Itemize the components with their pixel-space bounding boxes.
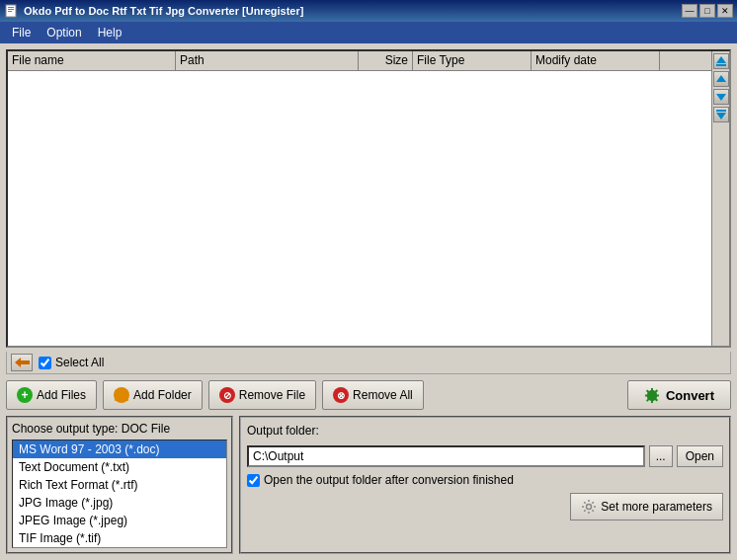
output-folder-box: Output folder: ... Open Open the output … <box>239 416 731 554</box>
svg-marker-4 <box>716 56 726 63</box>
svg-rect-1 <box>8 7 14 8</box>
set-more-params-button[interactable]: Set more parameters <box>570 493 723 520</box>
file-table-body <box>8 71 711 346</box>
output-folder-input[interactable] <box>247 445 645 467</box>
open-after-checkbox[interactable] <box>247 474 260 487</box>
output-option-3[interactable]: JPG Image (*.jpg) <box>13 494 226 512</box>
action-bar: + Add Files Add Folder ⊘ Remove File ⊗ R… <box>6 378 731 412</box>
col-header-moddate: Modify date <box>532 51 660 70</box>
remove-all-icon: ⊗ <box>333 387 349 403</box>
output-option-1[interactable]: Text Document (*.txt) <box>13 458 226 476</box>
menu-option[interactable]: Option <box>39 24 89 41</box>
remove-all-button[interactable]: ⊗ Remove All <box>322 380 424 410</box>
output-option-0[interactable]: MS Word 97 - 2003 (*.doc) <box>13 440 226 458</box>
file-list-container: File name Path Size File Type Modify dat… <box>6 49 731 348</box>
output-folder-label: Output folder: <box>247 424 723 438</box>
add-folder-button[interactable]: Add Folder <box>103 380 203 410</box>
remove-all-label: Remove All <box>353 388 413 402</box>
add-files-label: Add Files <box>37 388 86 402</box>
bottom-section: Choose output type: DOC File MS Word 97 … <box>6 416 731 554</box>
open-after-conversion-check: Open the output folder after conversion … <box>247 473 723 487</box>
select-all-checkbox[interactable] <box>39 357 51 369</box>
output-folder-row: ... Open <box>247 445 723 467</box>
open-folder-button[interactable]: Open <box>677 445 723 467</box>
output-type-list[interactable]: MS Word 97 - 2003 (*.doc) Text Document … <box>12 440 227 548</box>
svg-rect-9 <box>716 110 726 112</box>
title-bar-left: Okdo Pdf to Doc Rtf Txt Tif Jpg Converte… <box>4 3 303 19</box>
menu-bar: File Option Help <box>0 22 737 43</box>
select-all-check: Select All <box>39 356 104 369</box>
scroll-bottom-button[interactable] <box>713 107 729 122</box>
remove-file-button[interactable]: ⊘ Remove File <box>208 380 316 410</box>
scroll-up-button[interactable] <box>713 71 729 87</box>
select-all-label: Select All <box>55 356 104 369</box>
remove-file-icon: ⊘ <box>219 387 235 403</box>
set-params-icon <box>581 499 597 515</box>
output-type-label: Choose output type: DOC File <box>12 422 227 436</box>
back-button[interactable] <box>11 354 33 371</box>
open-after-label: Open the output folder after conversion … <box>264 473 514 487</box>
col-header-filename: File name <box>8 51 176 70</box>
svg-marker-6 <box>716 75 726 82</box>
scroll-down-button[interactable] <box>713 89 729 105</box>
svg-rect-12 <box>115 392 128 401</box>
add-folder-icon <box>114 387 129 403</box>
main-area: File name Path Size File Type Modify dat… <box>0 43 737 560</box>
browse-folder-button[interactable]: ... <box>649 445 673 467</box>
window-title: Okdo Pdf to Doc Rtf Txt Tif Jpg Converte… <box>24 5 303 17</box>
col-header-filetype: File Type <box>413 51 532 70</box>
convert-button[interactable]: Convert <box>627 380 731 410</box>
svg-rect-13 <box>115 390 121 393</box>
output-type-box: Choose output type: DOC File MS Word 97 … <box>6 416 233 554</box>
add-files-button[interactable]: + Add Files <box>6 380 97 410</box>
col-header-size: Size <box>359 51 413 70</box>
select-all-bar: Select All <box>6 352 731 374</box>
output-option-2[interactable]: Rich Text Format (*.rtf) <box>13 476 226 494</box>
set-params-label: Set more parameters <box>601 500 712 514</box>
file-table: File name Path Size File Type Modify dat… <box>8 51 711 346</box>
minimize-button[interactable]: — <box>682 4 697 18</box>
svg-point-14 <box>587 505 592 510</box>
svg-rect-11 <box>20 360 30 364</box>
maximize-button[interactable]: □ <box>699 4 715 18</box>
output-option-5[interactable]: TIF Image (*.tif) <box>13 529 226 547</box>
svg-marker-8 <box>716 113 726 120</box>
close-button[interactable]: ✕ <box>717 4 733 18</box>
svg-rect-5 <box>716 64 726 66</box>
svg-rect-3 <box>8 11 12 12</box>
output-option-4[interactable]: JPEG Image (*.jpeg) <box>13 512 226 529</box>
svg-marker-7 <box>716 94 726 101</box>
app-icon <box>4 3 20 19</box>
file-table-header: File name Path Size File Type Modify dat… <box>8 51 711 71</box>
title-controls: — □ ✕ <box>682 4 733 18</box>
scroll-top-button[interactable] <box>713 53 729 69</box>
remove-file-label: Remove File <box>239 388 305 402</box>
svg-rect-2 <box>8 9 14 10</box>
title-bar: Okdo Pdf to Doc Rtf Txt Tif Jpg Converte… <box>0 0 737 22</box>
col-header-path: Path <box>176 51 359 70</box>
convert-icon <box>644 387 660 403</box>
menu-file[interactable]: File <box>4 24 39 41</box>
add-folder-label: Add Folder <box>133 388 192 402</box>
scroll-buttons <box>711 51 729 346</box>
add-files-icon: + <box>17 387 33 403</box>
convert-label: Convert <box>666 388 714 403</box>
menu-help[interactable]: Help <box>90 24 130 41</box>
